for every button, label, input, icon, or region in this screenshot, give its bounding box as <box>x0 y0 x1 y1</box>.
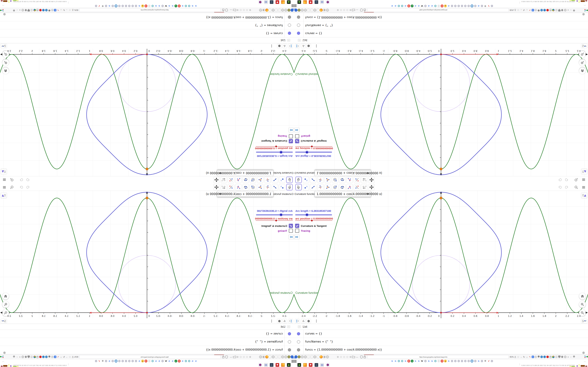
gear-extension-icon[interactable] <box>323 355 326 359</box>
collapse-button[interactable]: − <box>287 39 290 42</box>
hook-extension-icon[interactable]: ∩ <box>310 8 313 12</box>
display-app-icon[interactable]: ▢ <box>270 0 274 4</box>
tab-favicon-ya[interactable]: Я <box>145 360 147 362</box>
settings-gear-icon[interactable] <box>277 319 282 323</box>
step-forward-button[interactable] <box>294 235 300 239</box>
tool-conic-button[interactable] <box>242 177 249 183</box>
tab-favicon-g[interactable]: G <box>155 5 157 7</box>
tab-favicon-donut-gray[interactable] <box>121 5 124 7</box>
tab-favicon-g[interactable]: G <box>477 5 480 7</box>
lock-icon[interactable] <box>222 355 225 359</box>
fx-button[interactable]: fx <box>301 319 306 323</box>
chevron-up-icon[interactable]: ︿ <box>584 360 586 363</box>
window-control-circle[interactable] <box>350 9 351 11</box>
graphics-view[interactable]: -2.4-2.2-2-1.8-1.6-1.4-1.2-1-0.8-0.6-0.4… <box>294 49 588 176</box>
window-control-circle[interactable] <box>240 9 242 11</box>
globe-extension-icon[interactable] <box>301 355 304 359</box>
tab-favicon-g[interactable]: G <box>431 360 433 362</box>
tab-favicon-gear[interactable] <box>484 360 487 362</box>
tab-favicon-donut-gray[interactable] <box>128 360 131 362</box>
tab-favicon-donut-teal[interactable] <box>398 360 400 362</box>
settings-red-app-icon[interactable] <box>276 363 279 367</box>
tab-favicon-g[interactable]: G <box>168 5 171 7</box>
tab-favicon-ya[interactable]: Я <box>178 5 181 7</box>
hook-extension-icon[interactable]: ∩ <box>278 355 281 359</box>
gear-extension-icon[interactable] <box>262 355 265 359</box>
tool-move-graphics-view-button[interactable] <box>368 184 375 190</box>
star-icon[interactable]: ☆ <box>69 8 71 12</box>
tool-perpendicular-line-button[interactable] <box>264 177 271 183</box>
brush-icon[interactable]: ✎ <box>57 355 60 359</box>
firefox-extension-icon[interactable] <box>320 355 323 359</box>
firefox-app-icon[interactable] <box>281 0 285 4</box>
fx-button[interactable]: fx <box>282 44 287 48</box>
visibility-marble[interactable] <box>297 32 300 35</box>
circle-olive-extension-icon[interactable] <box>297 355 301 359</box>
tab-favicon-donut-gray[interactable] <box>467 5 470 7</box>
lock-icon[interactable] <box>363 8 366 12</box>
tab-favicon-donut-gray[interactable] <box>128 5 131 7</box>
download-icon[interactable]: ↓ <box>526 355 528 359</box>
curvature-value-point[interactable] <box>146 197 148 199</box>
arrow-right-icon[interactable]: → <box>65 8 68 12</box>
tracing-checkbox[interactable] <box>295 229 299 233</box>
home-button[interactable] <box>579 67 586 74</box>
arc-length-slider[interactable] <box>295 214 332 215</box>
tab-favicon-g[interactable]: G <box>394 360 397 362</box>
tool-conic-button[interactable] <box>339 184 346 190</box>
tab-favicon-f-red[interactable]: f <box>487 5 490 7</box>
firefox-app-icon[interactable] <box>303 363 307 367</box>
tab-favicon-donut-gray[interactable] <box>464 360 467 362</box>
graphics-stylebar-toggle[interactable] <box>581 169 587 175</box>
algebra-settings-gear-icon[interactable] <box>582 12 585 16</box>
visibility-marble[interactable] <box>297 340 300 343</box>
reader-icon[interactable]: A̲ <box>71 355 74 359</box>
tab-favicon-photo-yellow[interactable]: ▲ <box>444 360 447 362</box>
tool-angle-button[interactable]: α <box>346 177 353 183</box>
globe-extension-icon[interactable] <box>259 8 262 12</box>
window-control-circle[interactable] <box>337 356 339 358</box>
tab-favicon-donut-teal[interactable] <box>188 360 190 362</box>
tab-favicon-g[interactable]: G <box>108 360 111 362</box>
tab-favicon-g[interactable]: G <box>158 5 161 7</box>
brush-icon[interactable]: ✎ <box>528 355 531 359</box>
arc-length-slider[interactable] <box>256 214 293 215</box>
arc-position-point[interactable] <box>440 54 442 55</box>
globe-color-icon[interactable] <box>33 355 36 359</box>
tab-favicon-donut-gray[interactable] <box>481 360 483 362</box>
shield-icon[interactable] <box>225 8 228 12</box>
gear-icon[interactable] <box>13 8 15 12</box>
folder-icon[interactable] <box>233 8 236 12</box>
tab-favicon-g[interactable]: G <box>181 360 184 362</box>
tab-favicon-g[interactable]: G <box>171 5 174 7</box>
reload-icon[interactable]: ↻ <box>63 355 65 359</box>
tool-slider-button[interactable]: a = 2 <box>361 177 367 183</box>
stylebar-kebab-button[interactable] <box>314 319 319 323</box>
wrench-extension-icon[interactable]: ⌐ <box>268 8 272 12</box>
tracing-checkbox-row[interactable]: Tracing <box>278 229 293 233</box>
window-control-circle[interactable] <box>337 9 339 11</box>
shield-ud-icon[interactable]: UD <box>558 8 561 12</box>
tab-favicon-g[interactable]: G <box>191 5 194 7</box>
down-blue-icon[interactable]: ↓ <box>543 355 546 359</box>
window-control-circle[interactable] <box>249 356 251 358</box>
undo-icon[interactable] <box>558 185 562 190</box>
visibility-marble[interactable] <box>297 332 300 335</box>
window-control-circle[interactable] <box>340 356 342 358</box>
tool-slider-button[interactable]: a = 2 <box>361 184 367 190</box>
hamburger-menu-icon[interactable] <box>581 177 586 182</box>
display-app-icon[interactable]: ▢ <box>314 0 318 4</box>
curvature-function-dropdown[interactable]: 1.000000000000 + cos(4.000000000000 x) <box>217 170 273 176</box>
settings-red-app-icon[interactable] <box>276 0 279 4</box>
globe-extension-icon[interactable] <box>272 355 275 359</box>
collapse-button[interactable]: − <box>287 325 290 328</box>
window-control-circle[interactable] <box>240 356 242 358</box>
tab-favicon-g[interactable]: G <box>391 5 394 7</box>
algebra-settings-gear-icon[interactable] <box>3 12 6 16</box>
algebra-row-curves[interactable]: curves = {} <box>294 29 588 37</box>
globe-extension-icon[interactable] <box>326 8 329 12</box>
tab-favicon-donut-gray[interactable] <box>451 5 453 7</box>
arc-position-slider[interactable] <box>295 146 332 147</box>
globe-extension-icon[interactable] <box>259 355 262 359</box>
tool-polygon-button[interactable] <box>257 184 263 190</box>
